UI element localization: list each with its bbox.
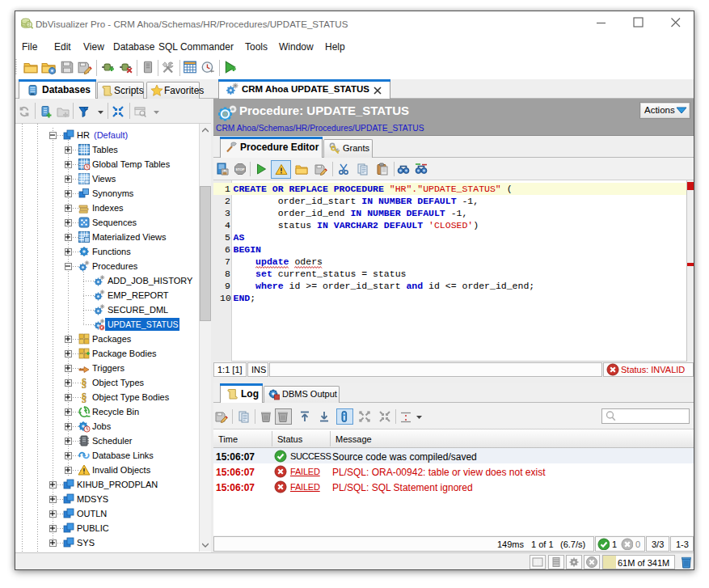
svg-text:STOP: STOP <box>235 167 245 171</box>
svg-text:§: § <box>82 377 87 389</box>
svg-text:§: § <box>82 391 87 404</box>
